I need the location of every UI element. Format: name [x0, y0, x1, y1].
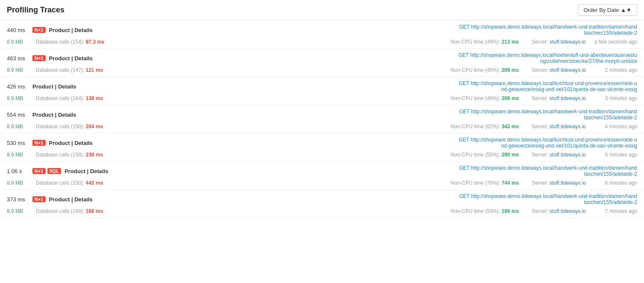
trace-noncpu-value: 213 ms	[501, 39, 519, 45]
trace-db: Database calls (154): 97.3 ms	[36, 39, 105, 45]
trace-db: Database calls (147): 121 ms	[36, 67, 103, 73]
trace-url[interactable]: GET http://shopware.demo.tideways.local/…	[458, 193, 637, 205]
trace-memory: 8.9 MB	[7, 124, 32, 130]
trace-server-name: stuff.tideways.io	[550, 95, 586, 101]
trace-group: 530 msN+1Product | DetailsGET http://sho…	[0, 133, 644, 162]
trace-db-value: 204 ms	[86, 124, 103, 130]
trace-ago: 4 minutes ago	[594, 124, 637, 130]
trace-noncpu: Non-CPU time (70%): 744 ms	[451, 180, 519, 186]
trace-server: Server: stuff.tideways.io	[532, 180, 586, 186]
trace-badges: N+1	[32, 55, 46, 61]
trace-time: 554 ms	[7, 112, 29, 118]
sql-badge: SQL	[47, 168, 61, 174]
trace-group: 426 msProduct | DetailsGET http://shopwa…	[0, 77, 644, 105]
trace-badges: N+1	[32, 27, 46, 33]
trace-db-value: 121 ms	[86, 67, 103, 73]
trace-main-row: 440 msN+1Product | DetailsGET http://sho…	[0, 21, 644, 38]
trace-badges: N+1	[32, 140, 46, 146]
trace-db-value: 239 ms	[86, 152, 103, 158]
page-header: Profiling Traces Order By Date ▲▼	[0, 0, 644, 21]
traces-list: 440 msN+1Product | DetailsGET http://sho…	[0, 21, 644, 218]
trace-server-name: stuff.tideways.io	[550, 39, 586, 45]
n1-badge: N+1	[32, 55, 46, 61]
trace-detail-row: 8.9 MBDatabase calls (148): 168 msNon-CP…	[0, 207, 644, 218]
trace-badges: N+1SQL	[32, 168, 61, 174]
trace-noncpu: Non-CPU time (62%): 342 ms	[451, 124, 519, 130]
trace-url[interactable]: GET http://shopware.demo.tideways.local/…	[458, 109, 637, 121]
trace-server: Server: stuff.tideways.io	[532, 39, 586, 45]
trace-noncpu: Non-CPU time (48%): 213 ms	[451, 39, 519, 45]
trace-noncpu-value: 290 ms	[501, 152, 519, 158]
trace-server: Server: stuff.tideways.io	[532, 95, 586, 101]
trace-memory: 8.9 MB	[7, 67, 32, 73]
trace-db: Database calls (164): 138 ms	[36, 95, 103, 101]
trace-main-row: 530 msN+1Product | DetailsGET http://sho…	[0, 133, 644, 150]
trace-ago: a few seconds ago	[594, 39, 637, 45]
trace-group: 554 msProduct | DetailsGET http://shopwa…	[0, 105, 644, 133]
trace-server-name: stuff.tideways.io	[550, 67, 586, 73]
trace-detail-row: 8.9 MBDatabase calls (150): 442 msNon-CP…	[0, 179, 644, 189]
trace-noncpu: Non-CPU time (53%): 199 ms	[451, 208, 519, 214]
trace-main-row: 1.06 sN+1SQLProduct | DetailsGET http://…	[0, 162, 644, 179]
trace-noncpu-value: 209 ms	[501, 67, 519, 73]
trace-detail-row: 8.9 MBDatabase calls (158): 239 msNon-CP…	[0, 150, 644, 161]
trace-noncpu: Non-CPU time (55%): 290 ms	[451, 152, 519, 158]
trace-memory: 8.9 MB	[7, 152, 32, 158]
trace-server-name: stuff.tideways.io	[550, 180, 586, 186]
trace-db-value: 97.3 ms	[86, 39, 105, 45]
trace-detail-row: 8.9 MBDatabase calls (154): 97.3 msNon-C…	[0, 38, 644, 48]
trace-name: Product | Details	[32, 112, 76, 118]
trace-badges: N+1	[32, 196, 46, 202]
trace-name: Product | Details	[49, 27, 93, 33]
trace-noncpu-value: 199 ms	[501, 208, 519, 214]
trace-noncpu: Non-CPU time (45%): 209 ms	[451, 67, 519, 73]
trace-url[interactable]: GET http://shopware.demo.tideways.local/…	[458, 165, 637, 177]
trace-detail-row: 8.9 MBDatabase calls (150): 204 msNon-CP…	[0, 122, 644, 133]
trace-main-row: 426 msProduct | DetailsGET http://shopwa…	[0, 77, 644, 94]
trace-name: Product | Details	[49, 196, 93, 203]
n1-badge: N+1	[32, 168, 46, 174]
trace-server: Server: stuff.tideways.io	[532, 208, 586, 214]
trace-url[interactable]: GET http://shopware.demo.tideways.local/…	[458, 80, 637, 92]
trace-time: 1.06 s	[7, 168, 29, 174]
trace-noncpu-value: 206 ms	[501, 95, 519, 101]
trace-memory: 8.9 MB	[7, 180, 32, 186]
trace-memory: 8.9 MB	[7, 95, 32, 101]
trace-group: 463 msN+1Product | DetailsGET http://sho…	[0, 49, 644, 77]
trace-main-row: 373 msN+1Product | DetailsGET http://sho…	[0, 190, 644, 207]
trace-server: Server: stuff.tideways.io	[532, 124, 586, 130]
trace-time: 530 ms	[7, 140, 29, 146]
order-by-date-button[interactable]: Order By Date ▲▼	[578, 4, 637, 16]
trace-db: Database calls (158): 239 ms	[36, 152, 103, 158]
trace-ago: 7 minutes ago	[594, 208, 637, 214]
trace-server-name: stuff.tideways.io	[550, 152, 586, 158]
trace-time: 463 ms	[7, 55, 29, 62]
trace-noncpu-value: 744 ms	[501, 180, 519, 186]
trace-main-row: 554 msProduct | DetailsGET http://shopwa…	[0, 105, 644, 122]
trace-detail-row: 8.9 MBDatabase calls (147): 121 msNon-CP…	[0, 66, 644, 77]
trace-db-value: 138 ms	[86, 95, 103, 101]
trace-name: Product | Details	[32, 83, 76, 90]
trace-db: Database calls (150): 442 ms	[36, 180, 103, 186]
trace-db-value: 168 ms	[86, 208, 103, 214]
trace-url[interactable]: GET http://shopware.demo.tideways.local/…	[458, 137, 637, 149]
trace-ago: 2 minutes ago	[594, 67, 637, 73]
trace-time: 426 ms	[7, 83, 29, 90]
trace-url[interactable]: GET http://shopware.demo.tideways.local/…	[458, 24, 637, 36]
trace-group: 1.06 sN+1SQLProduct | DetailsGET http://…	[0, 162, 644, 190]
trace-db: Database calls (148): 168 ms	[36, 208, 103, 214]
trace-noncpu: Non-CPU time (48%): 206 ms	[451, 95, 519, 101]
trace-group: 440 msN+1Product | DetailsGET http://sho…	[0, 21, 644, 49]
trace-noncpu-value: 342 ms	[501, 124, 519, 130]
trace-url[interactable]: GET http://shopware.demo.tideways.local/…	[458, 52, 637, 64]
trace-name: Product | Details	[64, 168, 108, 174]
trace-name: Product | Details	[49, 55, 93, 62]
trace-ago: 3 minutes ago	[594, 95, 637, 101]
n1-badge: N+1	[32, 196, 46, 202]
trace-db: Database calls (150): 204 ms	[36, 124, 103, 130]
trace-detail-row: 8.9 MBDatabase calls (164): 138 msNon-CP…	[0, 94, 644, 105]
trace-memory: 8.9 MB	[7, 39, 32, 45]
trace-ago: 5 minutes ago	[594, 152, 637, 158]
trace-group: 373 msN+1Product | DetailsGET http://sho…	[0, 190, 644, 218]
trace-server-name: stuff.tideways.io	[550, 124, 586, 130]
